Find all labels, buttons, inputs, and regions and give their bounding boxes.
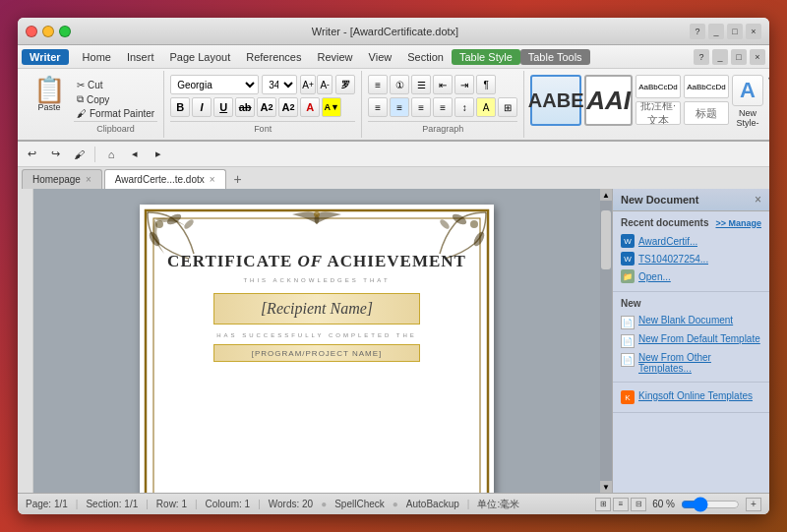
clear-format-button[interactable]: 罗 — [335, 75, 355, 94]
menu-table-tools[interactable]: Table Tools — [520, 49, 590, 65]
font-size-select[interactable]: 34 — [262, 75, 297, 94]
bold-button[interactable]: B — [170, 97, 190, 117]
tab-add-button[interactable]: + — [228, 169, 248, 189]
cert-program-box[interactable]: [PROGRAM/PROJECT NAME] — [213, 344, 420, 362]
align-center-button[interactable]: ≡ — [390, 97, 409, 117]
manage-link[interactable]: >> Manage — [715, 218, 761, 228]
toolbar-undo[interactable]: ↩ — [22, 145, 41, 164]
font-group: Georgia 34 A+ A- 罗 B I U — [164, 71, 362, 138]
numbering-button[interactable]: ① — [390, 75, 409, 94]
restore-ctrl[interactable]: □ — [727, 24, 743, 39]
normal-style-thumb[interactable]: AaBbCcDd — [636, 75, 681, 98]
close-ctrl[interactable]: × — [746, 24, 761, 39]
toolbar-home[interactable]: ⌂ — [101, 145, 121, 164]
menu-view[interactable]: View — [361, 49, 400, 65]
strikethrough-button[interactable]: ab — [235, 97, 255, 117]
highlight-button[interactable]: A▼ — [322, 97, 341, 117]
status-unit: 单位:毫米 — [477, 498, 519, 511]
status-spellcheck[interactable]: SpellCheck — [334, 499, 385, 509]
menu-page-layout[interactable]: Page Layout — [161, 49, 238, 65]
menu-references[interactable]: References — [238, 49, 309, 65]
app-button[interactable]: Writer — [22, 49, 69, 65]
justify-button[interactable]: ≡ — [433, 97, 453, 117]
paragraph-marks-button[interactable]: ¶ — [476, 75, 496, 94]
italic-button[interactable]: I — [192, 97, 212, 117]
right-panel-close-button[interactable]: × — [755, 193, 761, 207]
new-other-icon: 📄 — [621, 353, 635, 367]
align-right-button[interactable]: ≡ — [411, 97, 431, 117]
shading-button[interactable]: A — [476, 97, 496, 117]
menu-home[interactable]: Home — [75, 49, 119, 65]
new-other-item[interactable]: 📄 New From Other Templates... — [621, 350, 761, 376]
cert-content: CERTIFICATE OF ACHIEVEMENT THIS ACKNOWLE… — [159, 224, 474, 493]
font-color-button[interactable]: A — [300, 97, 320, 117]
aabe-style-thumbnail[interactable]: AABE — [530, 75, 581, 126]
chinese1-style-thumb[interactable]: 批注框·文本 — [636, 101, 681, 125]
menu-table-style[interactable]: Table Style — [452, 49, 520, 65]
menu-review[interactable]: Review — [310, 49, 361, 65]
ribbon-restore[interactable]: □ — [731, 49, 747, 65]
increase-indent-button[interactable]: ⇥ — [454, 75, 474, 94]
status-page: Page: 1/1 — [26, 499, 68, 509]
view-btn-2[interactable]: ≡ — [613, 498, 629, 511]
toolbar-left[interactable]: ◂ — [125, 145, 145, 164]
doc-canvas[interactable]: CERTIFICATE OF ACHIEVEMENT THIS ACKNOWLE… — [33, 189, 600, 493]
multilevel-button[interactable]: ☰ — [411, 75, 431, 94]
ribbon-close[interactable]: × — [750, 49, 765, 65]
help-button[interactable]: ? — [690, 24, 705, 39]
kingsoft-item[interactable]: K Kingsoft Online Templates — [621, 388, 761, 406]
subscript-button[interactable]: A2 — [257, 97, 276, 117]
style-expand-button[interactable]: ▼ — [766, 75, 769, 85]
maximize-button[interactable] — [59, 26, 71, 37]
open-item[interactable]: 📁 Open... — [621, 267, 761, 285]
borders-button[interactable]: ⊞ — [498, 97, 517, 117]
zoom-plus-button[interactable]: + — [746, 498, 761, 511]
align-left-button[interactable]: ≡ — [368, 97, 388, 117]
bullets-button[interactable]: ≡ — [368, 75, 388, 94]
menu-insert[interactable]: Insert — [119, 49, 162, 65]
toolbar-sep1 — [94, 147, 95, 162]
format-painter-button[interactable]: 🖌 Format Painter — [74, 107, 157, 120]
decrease-indent-button[interactable]: ⇤ — [433, 75, 453, 94]
ribbon-min[interactable]: _ — [712, 49, 728, 65]
line-spacing-button[interactable]: ↕ — [454, 97, 474, 117]
toolbar-format[interactable]: 🖌 — [69, 145, 89, 164]
menu-section[interactable]: Section — [399, 49, 452, 65]
superscript-button[interactable]: A2 — [278, 97, 298, 117]
recent-item-1[interactable]: W AwardCertif... — [621, 232, 761, 250]
ribbon-help[interactable]: ? — [694, 49, 709, 65]
zoom-slider[interactable] — [681, 499, 740, 510]
cut-button[interactable]: ✂ Cut — [74, 79, 157, 91]
status-autobackup[interactable]: AutoBackup — [406, 499, 459, 509]
recent-item-2[interactable]: W TS104027254... — [621, 250, 761, 267]
underline-button[interactable]: U — [213, 97, 233, 117]
close-button[interactable] — [26, 26, 37, 37]
new-default-item[interactable]: 📄 New From Default Template — [621, 331, 761, 350]
chinese2-style-thumb[interactable]: 标题 — [684, 101, 729, 125]
scroll-track[interactable] — [600, 201, 612, 481]
new-style-button[interactable]: A New Style- — [732, 75, 763, 128]
scroll-up-button[interactable]: ▲ — [600, 189, 612, 201]
toolbar-right[interactable]: ▸ — [149, 145, 168, 164]
view-btn-3[interactable]: ⊟ — [631, 498, 646, 511]
tab-homepage[interactable]: Homepage × — [22, 169, 102, 189]
view-btn-1[interactable]: ⊞ — [595, 498, 611, 511]
paste-button[interactable]: 📋 Paste — [28, 75, 71, 114]
tab-document-close[interactable]: × — [210, 174, 215, 185]
tab-homepage-close[interactable]: × — [86, 174, 91, 185]
heading-style-thumb[interactable]: AaBbCcDd — [684, 75, 729, 98]
font-size-decrease[interactable]: A- — [317, 75, 333, 94]
new-blank-item[interactable]: 📄 New Blank Document — [621, 313, 761, 331]
scroll-down-button[interactable]: ▼ — [600, 481, 612, 493]
tab-document[interactable]: AwardCerte...te.dotx × — [104, 169, 226, 189]
cert-recipient-box[interactable]: [Recipient Name] — [213, 293, 420, 325]
copy-button[interactable]: ⧉ Copy — [74, 92, 157, 106]
font-name-select[interactable]: Georgia — [170, 75, 259, 94]
scroll-thumb[interactable] — [601, 210, 611, 269]
minimize-button[interactable] — [42, 26, 54, 37]
aai-style-thumbnail[interactable]: AAI — [584, 75, 633, 126]
minimize-ctrl[interactable]: _ — [708, 24, 724, 39]
toolbar-redo[interactable]: ↪ — [45, 145, 65, 164]
doc-scrollbar[interactable]: ▲ ▼ — [600, 189, 612, 493]
font-size-increase[interactable]: A+ — [300, 75, 316, 94]
